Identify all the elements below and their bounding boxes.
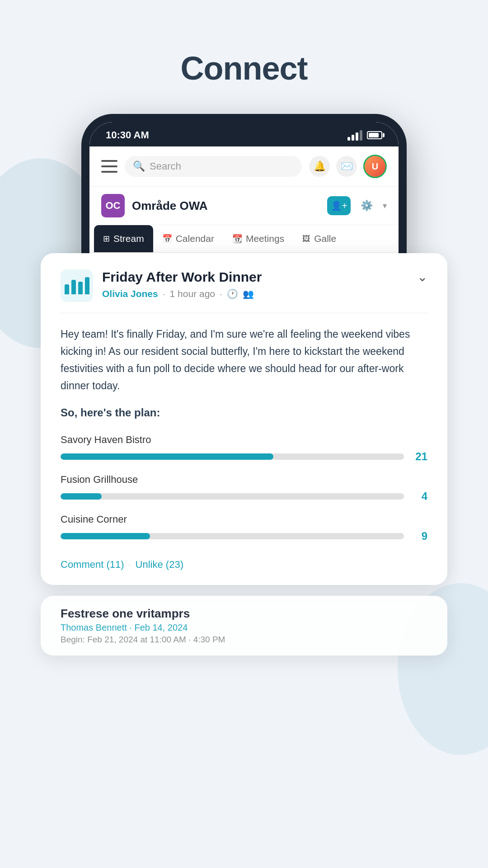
chart-bar-1 (65, 284, 69, 294)
settings-gear-icon[interactable]: ⚙️ (358, 200, 375, 212)
poll-bar-row-1: 21 (61, 450, 427, 463)
group-header: OC Område OWA 👤+ ⚙️ ▾ (89, 187, 399, 225)
status-time: 10:30 AM (106, 129, 149, 141)
nav-tabs: ⊞ Stream 📅 Calendar 📆 Meetings 🖼 Galle (89, 225, 399, 253)
signal-bar-2 (352, 135, 354, 141)
group-logo: OC (101, 194, 125, 217)
tab-stream[interactable]: ⊞ Stream (94, 225, 153, 252)
tab-meetings[interactable]: 📆 Meetings (223, 225, 293, 252)
poll-option-1[interactable]: Savory Haven Bistro 21 (61, 434, 427, 463)
poll-option-1-label: Savory Haven Bistro (61, 434, 427, 446)
messages-envelope-icon[interactable]: ✉️ (336, 156, 357, 177)
join-group-button[interactable]: 👤+ (327, 196, 351, 215)
poll-fill-3 (61, 533, 150, 539)
battery-icon (367, 131, 382, 139)
comment-action[interactable]: Comment (11) (61, 559, 124, 571)
status-icons (347, 130, 382, 141)
signal-icon (347, 130, 362, 141)
post-title: Friday After Work Dinner (102, 269, 408, 285)
poll-track-2 (61, 493, 404, 500)
post-body-text: Hey team! It's finally Friday, and I'm s… (61, 328, 410, 392)
post-header: Friday After Work Dinner Olivia Jones · … (61, 269, 427, 313)
search-placeholder: Search (150, 160, 181, 172)
second-card-date: Begin: Feb 21, 2024 at 11:00 AM · 4:30 P… (61, 635, 427, 645)
signal-bar-1 (347, 137, 350, 141)
post-meta: Friday After Work Dinner Olivia Jones · … (102, 269, 408, 299)
separator-dot: · (163, 288, 165, 299)
tab-meetings-label: Meetings (246, 233, 284, 244)
post-author-line: Olivia Jones · 1 hour ago · 🕐 👥 (102, 288, 408, 299)
tab-calendar-label: Calendar (176, 233, 214, 244)
unlike-action[interactable]: Unlike (23) (136, 559, 183, 571)
avatar-initials: U (372, 161, 378, 172)
battery-fill (369, 133, 379, 137)
notification-bell-icon[interactable]: 🔔 (309, 156, 330, 177)
post-body: Hey team! It's finally Friday, and I'm s… (61, 326, 427, 421)
poll-option-2-label: Fusion Grillhouse (61, 474, 427, 486)
header-icons: 🔔 ✉️ U (309, 155, 387, 178)
action-separator: · (129, 560, 131, 570)
chart-bar-3 (78, 282, 83, 294)
clock-icon: 🕐 (227, 288, 238, 299)
post-poll-icon (61, 269, 93, 302)
settings-chevron-icon[interactable]: ▾ (383, 201, 387, 211)
hamburger-icon[interactable] (101, 160, 117, 173)
poll-fill-2 (61, 493, 102, 500)
tab-stream-label: Stream (113, 233, 144, 244)
second-card-author: Thomas Bennett · Feb 14, 2024 (61, 623, 427, 633)
tab-calendar[interactable]: 📅 Calendar (153, 225, 223, 252)
poll-option-3[interactable]: Cuisine Corner 9 (61, 514, 427, 542)
chart-bar-4 (85, 277, 89, 294)
poll-option-3-label: Cuisine Corner (61, 514, 427, 525)
group-name: Område OWA (132, 199, 320, 213)
signal-bar-4 (360, 130, 362, 141)
search-icon: 🔍 (133, 160, 145, 172)
chevron-down-icon[interactable]: ⌄ (417, 269, 427, 284)
time-ago: 1 hour ago (170, 288, 215, 299)
gallery-icon: 🖼 (302, 234, 310, 244)
post-actions: Comment (11) · Unlike (23) (61, 555, 427, 571)
card-overlay: Friday After Work Dinner Olivia Jones · … (41, 253, 447, 656)
poll-bar-row-3: 9 (61, 530, 427, 542)
stream-icon: ⊞ (103, 234, 110, 244)
poll-count-2: 4 (411, 490, 427, 503)
separator-dot-2: · (220, 288, 222, 299)
poll-chart-graphic (65, 277, 89, 294)
avatar[interactable]: U (363, 155, 387, 178)
poll-track-1 (61, 453, 404, 460)
poll-bar-row-2: 4 (61, 490, 427, 503)
post-plan-text: So, here's the plan: (61, 404, 427, 422)
chart-bar-2 (71, 280, 76, 294)
meta-icons: 🕐 👥 (227, 288, 254, 299)
poll-track-3 (61, 533, 404, 539)
page-title: Connect (181, 50, 308, 87)
poll-section: Savory Haven Bistro 21 Fusion Grillhouse… (61, 434, 427, 542)
poll-count-1: 21 (411, 450, 427, 463)
poll-fill-1 (61, 453, 273, 460)
post-card: Friday After Work Dinner Olivia Jones · … (41, 253, 447, 585)
author-name[interactable]: Olivia Jones (102, 288, 158, 299)
signal-bar-3 (356, 132, 358, 141)
meetings-icon: 📆 (232, 234, 242, 244)
poll-count-3: 9 (411, 530, 427, 542)
calendar-icon: 📅 (162, 234, 172, 244)
poll-option-2[interactable]: Fusion Grillhouse 4 (61, 474, 427, 503)
tab-gallery[interactable]: 🖼 Galle (293, 225, 345, 252)
tab-gallery-label: Galle (314, 233, 336, 244)
app-header: 🔍 Search 🔔 ✉️ U (89, 146, 399, 187)
group-members-icon: 👥 (243, 288, 254, 299)
second-card: Festrese one vritamprs Thomas Bennett · … (41, 596, 447, 656)
status-bar: 10:30 AM (89, 122, 399, 146)
second-card-title: Festrese one vritamprs (61, 607, 427, 621)
search-box[interactable]: 🔍 Search (125, 156, 302, 177)
